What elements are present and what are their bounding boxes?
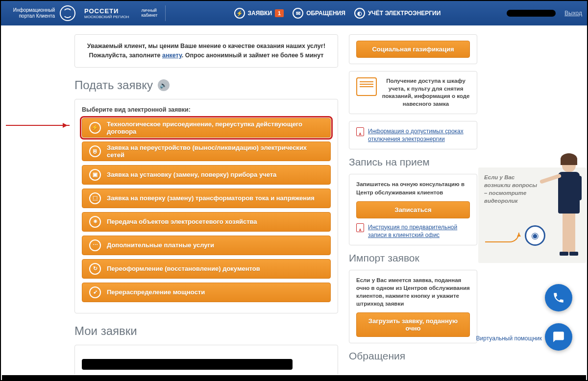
option-icon: ➶: [89, 286, 101, 298]
option-label: Заявка на поверку (замену) трансформатор…: [107, 194, 315, 202]
application-type-option[interactable]: ⚡Технологическое присоединение, переусту…: [82, 118, 331, 138]
pdf-icon: A: [356, 127, 364, 136]
option-icon: ⚡: [89, 122, 101, 134]
mail-icon: ✉: [293, 8, 303, 19]
import-button[interactable]: Загрузить заявку, поданную очно: [356, 312, 470, 337]
chat-fab[interactable]: [545, 323, 572, 351]
option-label: Заявка на установку (замену, поверку) пр…: [107, 171, 276, 178]
brand-subtitle: МОСКОВСКИЙ РЕГИОН: [84, 15, 129, 19]
option-icon: ⛨: [89, 145, 101, 157]
option-label: Передача объектов электросетевого хозяйс…: [107, 218, 257, 225]
top-header: Информационный портал Клиента РОССЕТИ МО…: [1, 1, 587, 25]
apps-badge: 1: [275, 9, 284, 17]
callout-arrow: [6, 125, 70, 126]
virtual-assistant-label: Виртуальный помощник: [476, 335, 542, 342]
phone-fab[interactable]: [545, 284, 572, 311]
option-icon: ▣: [89, 169, 101, 181]
application-type-option[interactable]: ⋯Дополнительные платные услуги: [82, 236, 331, 255]
application-type-option[interactable]: ➶Перераспределение мощности: [82, 283, 331, 302]
nav-applications[interactable]: ⚡ ЗАЯВКИ 1: [234, 8, 284, 19]
my-apps-title: Мои заявки: [74, 324, 338, 338]
arrow-curve-icon: [485, 233, 519, 242]
assistant-avatar: [549, 155, 588, 263]
survey-banner: Уважаемый клиент, мы ценим Ваше мнение о…: [74, 34, 338, 68]
outage-info-link[interactable]: Информация о допустимых сроках отключени…: [368, 127, 470, 143]
book-button[interactable]: Записаться: [356, 201, 470, 218]
logout-link[interactable]: Выход: [564, 10, 582, 17]
cabinet-link[interactable]: личныйкабинет: [141, 8, 157, 18]
appointment-heading: Запись на прием: [349, 156, 477, 168]
bolt-icon: ⚡: [234, 8, 245, 19]
messages-heading: Обращения: [349, 350, 477, 362]
submit-title: Подать заявку 🔊: [74, 78, 338, 92]
bottom-border: [2, 375, 586, 380]
panel-title: Выберите вид электронной заявки:: [82, 106, 331, 113]
nav-metering[interactable]: ◐ УЧЁТ ЭЛЕКТРОЭНЕРГИИ: [354, 8, 441, 19]
application-type-option[interactable]: ⬚Заявка на поверку (замену) трансформато…: [82, 189, 331, 208]
application-type-option[interactable]: ⛨Заявка на переустройство (вынос/ликвида…: [82, 142, 331, 161]
application-type-option[interactable]: ▣Заявка на установку (замену, поверку) п…: [82, 165, 331, 185]
option-label: Переоформление (восстановление) документ…: [107, 265, 260, 272]
brand-title: РОССЕТИ: [84, 7, 129, 15]
cabinet-icon: [356, 77, 377, 96]
survey-link[interactable]: анкету: [162, 52, 182, 59]
option-label: Заявка на переустройство (вынос/ликвидац…: [107, 144, 323, 159]
svg-point-0: [559, 332, 563, 335]
booking-guide-link[interactable]: Инструкция по предварительной записи в к…: [368, 223, 470, 239]
portal-label: Информационный портал Клиента: [6, 7, 55, 19]
play-icon[interactable]: ◉: [525, 225, 545, 246]
option-icon: ✷: [89, 216, 101, 228]
nav-messages[interactable]: ✉ ОБРАЩЕНИЯ: [293, 8, 345, 19]
gas-button[interactable]: Социальная газификация: [356, 41, 470, 58]
application-types-panel: Выберите вид электронной заявки: ⚡Технол…: [74, 99, 338, 313]
option-label: Дополнительные платные услуги: [107, 241, 214, 249]
redacted-content: [82, 359, 293, 370]
username-redacted: [507, 10, 556, 17]
application-type-option[interactable]: ↻Переоформление (восстановление) докумен…: [82, 259, 331, 279]
sound-icon[interactable]: 🔊: [158, 79, 170, 91]
application-type-option[interactable]: ✷Передача объектов электросетевого хозяй…: [82, 212, 331, 232]
meter-icon: ◐: [354, 8, 365, 19]
logo-icon: [60, 5, 75, 21]
pdf-icon: A: [356, 223, 364, 232]
option-label: Технологическое присоединение, переуступ…: [107, 120, 323, 135]
my-apps-panel: [74, 345, 338, 375]
import-heading: Импорт заявок: [349, 252, 477, 264]
option-icon: ⬚: [89, 192, 101, 204]
cabinet-access-card[interactable]: Получение доступа к шкафу учета, к пульт…: [349, 71, 477, 114]
option-icon: ↻: [89, 263, 101, 275]
option-icon: ⋯: [89, 239, 101, 251]
option-label: Перераспределение мощности: [107, 288, 205, 296]
